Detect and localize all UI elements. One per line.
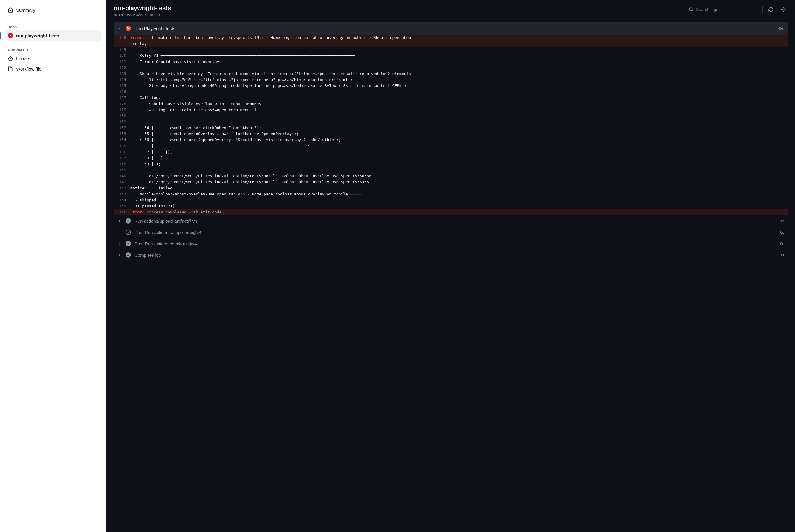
log-line: 146Error: Process completed with exit co… — [114, 209, 788, 215]
chevron-right-icon — [117, 219, 122, 223]
log-line: 120 Retry #1 ───────────────────────────… — [114, 53, 788, 59]
search-logs-box[interactable] — [685, 5, 763, 14]
log-line: 143 mobile-toolbar-about-overlay-use.spe… — [114, 191, 788, 197]
line-number — [114, 41, 130, 46]
line-content: 2) <body class="page-node-406 page-node-… — [130, 83, 788, 89]
step-row[interactable]: Post Run actions/setup-node@v40s — [114, 227, 788, 238]
log-line: 145 11 passed (47.2s) — [114, 203, 788, 209]
line-number: 137 — [114, 155, 130, 161]
line-content: Should have visible overlay: Error: stri… — [130, 71, 788, 77]
line-content — [130, 113, 788, 119]
line-number: 133 — [114, 131, 130, 137]
step-duration: 1s — [780, 253, 784, 257]
line-number: 123 — [114, 71, 130, 77]
log-line: 126 — [114, 89, 788, 95]
step-name: Run actions/upload-artifact@v4 — [134, 218, 776, 224]
main-panel: run-playwright-tests failed 1 hour ago i… — [107, 0, 795, 532]
steps-container: Run Playwright tests 48s 118Error: 1) mo… — [107, 22, 795, 532]
step-row-run-playwright[interactable]: Run Playwright tests 48s — [114, 22, 788, 35]
log-line: 134 > 56 | await expect(openedOverlay, '… — [114, 137, 788, 143]
line-content: at /home/runner/work/ui-testing/ui-testi… — [130, 179, 788, 185]
sidebar-job-label: run-playwright-tests — [16, 33, 59, 38]
log-line: 130 — [114, 113, 788, 119]
line-number: 138 — [114, 161, 130, 167]
chevron-right-icon — [117, 242, 122, 246]
line-content: Error: Should have visible overlay — [130, 59, 788, 65]
line-number: 124 — [114, 77, 130, 83]
line-number: 136 — [114, 149, 130, 155]
sidebar-item-job[interactable]: run-playwright-tests — [5, 31, 101, 41]
line-number: 134 — [114, 137, 130, 143]
step-name: Run Playwright tests — [134, 26, 774, 31]
step-name: Post Run actions/checkout@v4 — [134, 241, 776, 246]
home-icon — [8, 7, 13, 13]
step-row[interactable]: Post Run actions/checkout@v40s — [114, 238, 788, 249]
rerun-button[interactable] — [766, 5, 775, 14]
search-logs-input[interactable] — [696, 7, 759, 12]
line-number: 135 — [114, 143, 130, 149]
sidebar-summary-label: Summary — [16, 7, 35, 13]
line-number: 132 — [114, 125, 130, 131]
line-number: 139 — [114, 167, 130, 173]
svg-point-1 — [689, 8, 693, 11]
sidebar-item-workflow-file[interactable]: Workflow file — [5, 64, 101, 74]
step-duration: 0s — [780, 230, 784, 235]
line-content — [130, 89, 788, 95]
duration-text: 1m 25s — [148, 13, 160, 17]
log-line: 118Error: 1) mobile-toolbar-about-overla… — [114, 35, 788, 41]
line-content: - waiting for locator('[class*=open-cern… — [130, 107, 788, 113]
svg-point-2 — [783, 9, 784, 11]
log-output[interactable]: 118Error: 1) mobile-toolbar-about-overla… — [114, 35, 788, 215]
sidebar-workflow-label: Workflow file — [16, 66, 41, 72]
stopwatch-icon — [8, 56, 13, 61]
log-line: 138 59 | ); — [114, 161, 788, 167]
log-line: 135 | ^ — [114, 143, 788, 149]
log-line: 122 — [114, 65, 788, 71]
log-line: 121 Error: Should have visible overlay — [114, 59, 788, 65]
gear-icon — [781, 7, 786, 12]
log-line: 127 Call log: — [114, 95, 788, 101]
line-content: > 56 | await expect(openedOverlay, 'Shou… — [130, 137, 788, 143]
line-content — [130, 46, 788, 53]
step-name: Complete job — [134, 252, 776, 258]
sync-icon — [768, 7, 774, 12]
line-content: 59 | ); — [130, 161, 788, 167]
line-content: overlay — [130, 41, 788, 46]
line-number: 140 — [114, 173, 130, 179]
line-content: 11 passed (47.2s) — [130, 203, 788, 209]
line-content: mobile-toolbar-about-overlay-use.spec.ts… — [130, 191, 788, 197]
line-content: 57 | }); — [130, 149, 788, 155]
line-content: 2 skipped — [130, 197, 788, 203]
status-text: failed — [114, 13, 123, 17]
line-number: 145 — [114, 203, 130, 209]
log-line: 131 — [114, 119, 788, 125]
line-content — [130, 119, 788, 125]
step-duration: 48s — [778, 26, 784, 31]
line-content: 54 | await toolbar.clickOnMenuItem('Abou… — [130, 125, 788, 131]
log-line: 133 55 | const openedOverlay = await too… — [114, 131, 788, 137]
line-number: 131 — [114, 119, 130, 125]
line-number: 144 — [114, 197, 130, 203]
line-number: 146 — [114, 209, 130, 215]
file-icon — [8, 66, 13, 72]
log-line: 123 Should have visible overlay: Error: … — [114, 71, 788, 77]
chevron-down-icon — [117, 26, 122, 31]
step-row[interactable]: Complete job1s — [114, 249, 788, 261]
line-content: 55 | const openedOverlay = await toolbar… — [130, 131, 788, 137]
settings-button[interactable] — [779, 5, 788, 14]
when-text: 1 hour ago — [124, 13, 143, 17]
line-number: 125 — [114, 83, 130, 89]
log-line: 137 58 | }, — [114, 155, 788, 161]
log-line: 142Notice: 1 failed — [114, 185, 788, 191]
line-content — [130, 167, 788, 173]
log-line: 124 1) <html lang="en" dir="ltr" class="… — [114, 77, 788, 83]
sidebar-item-usage[interactable]: Usage — [5, 54, 101, 64]
log-line: 128 - Should have visible overlay with t… — [114, 101, 788, 107]
run-details-heading: Run details — [5, 45, 101, 54]
line-number: 119 — [114, 46, 130, 53]
step-duration: 1s — [780, 219, 784, 223]
sidebar-item-summary[interactable]: Summary — [5, 5, 101, 15]
step-duration: 0s — [780, 242, 784, 246]
step-row[interactable]: Run actions/upload-artifact@v41s — [114, 215, 788, 227]
line-content: Notice: 1 failed — [130, 185, 788, 191]
